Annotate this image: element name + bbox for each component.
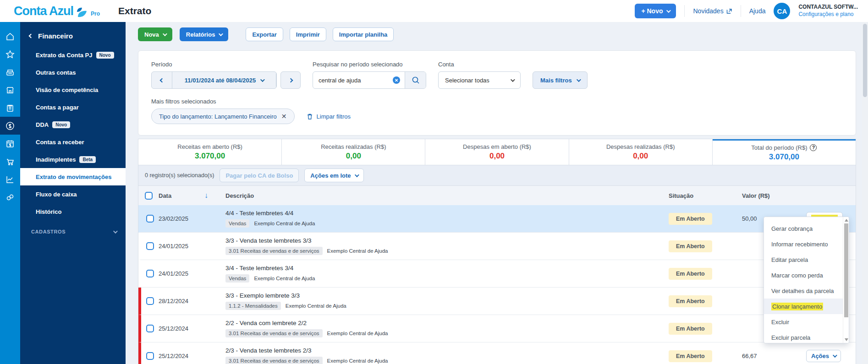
clipboard-icon[interactable] [0, 99, 20, 117]
clear-search-icon[interactable]: ✕ [393, 76, 400, 84]
row-title: 2/3 - Venda teste lembretes 2/3 [225, 347, 669, 354]
col-valor: Valor (R$) [742, 192, 806, 199]
card-receitas-em-aberto[interactable]: Receitas em aberto (R$) 3.070,00 [138, 139, 282, 165]
importar-planilha-button[interactable]: Importar planilha [333, 27, 394, 41]
search-button[interactable] [405, 72, 426, 88]
scroll-thumb[interactable] [844, 223, 848, 317]
conta-select[interactable]: Selecionar todas [438, 71, 521, 89]
menu-item-informar-recebimento[interactable]: Informar recebimento [764, 236, 849, 252]
card-despesas-em-aberto[interactable]: Despesas em aberto (R$) 0,00 [425, 139, 569, 165]
novo-button[interactable]: + Novo [635, 4, 676, 18]
main-content: Nova Relatórios Exportar Imprimir Import… [126, 22, 868, 364]
pagar-ca-bolso-button[interactable]: Pagar pelo CA de Bolso [220, 168, 299, 182]
sidebar-item-extrato-de-movimentacoes[interactable]: Extrato de movimentações [20, 168, 126, 185]
periodo-range-dropdown[interactable]: 11/01/2024 até 08/04/2025 [172, 72, 276, 88]
menu-scrollbar[interactable] [843, 217, 849, 343]
card-receitas-realizadas[interactable]: Receitas realizadas (R$) 0,00 [282, 139, 425, 165]
col-data[interactable]: Data [159, 192, 204, 199]
table-row[interactable]: 24/01/2025 3/4 - Teste lembretes 3/4 Ven… [138, 260, 856, 288]
relatorios-button[interactable]: Relatórios [180, 27, 229, 41]
sidebar-back-financeiro[interactable]: Financeiro [20, 28, 126, 46]
menu-item-ver-detalhes-da-parcela[interactable]: Ver detalhes da parcela [764, 283, 849, 299]
sort-desc-icon[interactable]: ↓ [204, 191, 225, 200]
sidebar-item-visao-competencia[interactable]: Visão de competência [20, 81, 126, 98]
menu-item-excluir[interactable]: Excluir [764, 314, 849, 330]
row-checkbox[interactable] [146, 297, 154, 305]
table-row[interactable]: 25/12/2024 2/2 - Venda com lembrete 2/2 … [138, 315, 856, 342]
acoes-button[interactable]: Ações [806, 350, 841, 362]
sidebar-item-dda[interactable]: DDA Novo [20, 116, 126, 133]
menu-item-editar-parcela[interactable]: Editar parcela [764, 252, 849, 267]
page-scrollbar[interactable] [862, 22, 868, 364]
imprimir-button[interactable]: Imprimir [290, 27, 326, 41]
link-icon[interactable] [0, 188, 20, 206]
row-title: 3/3 - Exemplo lembrete 3/3 [225, 292, 669, 299]
calendar-dollar-icon[interactable] [0, 135, 20, 152]
chip-close-icon[interactable]: ✕ [281, 113, 287, 120]
chevron-down-icon [354, 173, 359, 177]
row-checkbox[interactable] [146, 325, 154, 332]
conta-filter: Conta Selecionar todas [438, 61, 521, 89]
card-despesas-realizadas[interactable]: Despesas realizadas (R$) 0,00 [569, 139, 713, 165]
table-row[interactable]: 25/12/2024 2/3 - Venda teste lembretes 2… [138, 342, 856, 364]
ajuda-label: Ajuda [749, 7, 766, 15]
sidebar-item-outras-contas[interactable]: Outras contas [20, 64, 126, 81]
sidebar-item-fluxo-de-caixa[interactable]: Fluxo de caixa [20, 185, 126, 203]
star-icon[interactable] [0, 45, 20, 63]
novidades-link[interactable]: Novidades [693, 7, 732, 15]
sidebar-section-cadastros[interactable]: CADASTROS [20, 223, 126, 240]
mais-filtros-button[interactable]: Mais filtros [533, 71, 588, 89]
nova-button[interactable]: Nova [138, 27, 172, 41]
exportar-button[interactable]: Exportar [246, 27, 283, 41]
chevron-down-icon [666, 8, 671, 13]
avatar[interactable]: CA [774, 3, 790, 19]
acoes-em-lote-button[interactable]: Ações em lote [304, 168, 363, 182]
search-icon [412, 76, 420, 84]
storefront-icon[interactable] [0, 81, 20, 99]
row-checkbox[interactable] [146, 242, 154, 250]
select-all-checkbox[interactable] [145, 192, 153, 200]
scroll-up-icon[interactable] [845, 219, 848, 222]
sidebar-item-contas-a-receber[interactable]: Contas a receber [20, 133, 126, 151]
chart-icon[interactable] [0, 170, 20, 188]
ajuda-link[interactable]: Ajuda [749, 7, 766, 15]
row-title: 2/2 - Venda com lembrete 2/2 [225, 320, 669, 326]
table-row[interactable]: 23/02/2025 4/4 - Teste lembretes 4/4 Ven… [138, 205, 856, 233]
table-row[interactable]: 28/12/2024 3/3 - Exemplo lembrete 3/3 1.… [138, 288, 856, 315]
chevron-down-icon [511, 77, 515, 82]
table-row[interactable]: 24/01/2025 3/3 - Venda teste lembretes 3… [138, 233, 856, 260]
account-name: CONTAAZUL SOFTW... [798, 4, 858, 11]
sidebar-item-contas-a-pagar[interactable]: Contas a pagar [20, 98, 126, 116]
col-descricao[interactable]: Descrição [225, 192, 669, 199]
filter-chip-tipo-lancamento[interactable]: Tipo do lançamento: Lançamento Financeir… [151, 109, 295, 124]
settings-plan-link[interactable]: Configurações e plano [798, 11, 858, 18]
row-checkbox[interactable] [146, 352, 154, 360]
row-checkbox[interactable] [146, 270, 154, 277]
help-icon[interactable]: ? [810, 144, 817, 151]
contaazul-logo[interactable]: Conta Azul Pro [14, 4, 100, 18]
sidebar-item-historico[interactable]: Histórico [20, 203, 126, 220]
menu-item-excluir-parcela[interactable]: Excluir parcela [764, 330, 849, 343]
limpar-filtros-link[interactable]: Limpar filtros [307, 113, 351, 120]
search-input[interactable]: central de ajuda ✕ [313, 72, 405, 88]
status-badge: Em Aberto [669, 213, 712, 225]
dollar-circle-icon[interactable] [0, 117, 20, 135]
sidebar-item-extrato-conta-pj[interactable]: Extrato da Conta PJ Novo [20, 46, 126, 64]
scroll-down-icon[interactable] [845, 338, 848, 341]
page-scroll-thumb[interactable] [863, 24, 867, 97]
menu-item-clonar-lancamento[interactable]: Clonar lançamento [764, 299, 849, 314]
periodo-next-button[interactable] [280, 71, 301, 89]
row-category-tag: 3.01 Receitas de vendas e de serviços [225, 329, 323, 337]
periodo-prev-button[interactable] [152, 72, 172, 88]
novo-badge: Novo [96, 52, 114, 59]
divider [741, 5, 741, 17]
cart-icon[interactable] [0, 152, 20, 170]
menu-item-marcar-como-perda[interactable]: Marcar como perda [764, 267, 849, 283]
menu-item-gerar-cobranca[interactable]: Gerar cobrança [764, 221, 849, 236]
card-total-do-periodo[interactable]: Total do período (R$) ? 3.070,00 [713, 139, 856, 165]
cash-register-icon[interactable] [0, 63, 20, 81]
row-checkbox[interactable] [146, 215, 154, 223]
home-icon[interactable] [0, 27, 20, 45]
sidebar-item-inadimplentes[interactable]: Inadimplentes Beta [20, 151, 126, 168]
col-situacao: Situação [669, 192, 742, 199]
